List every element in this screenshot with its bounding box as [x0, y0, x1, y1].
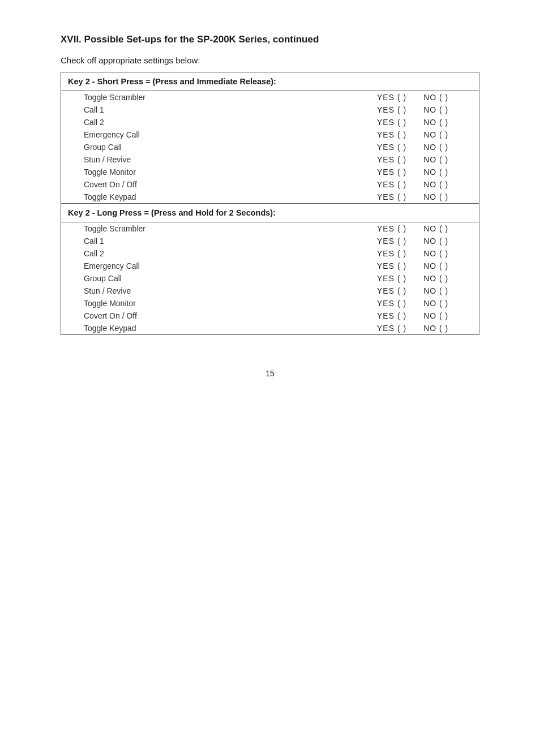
no-option: NO ( )	[423, 299, 448, 308]
yes-option: YES ( )	[377, 143, 406, 152]
table-row: Emergency CallYES ( )NO ( )	[61, 260, 479, 272]
yes-option: YES ( )	[377, 167, 406, 177]
table-row: Group CallYES ( )NO ( )	[61, 272, 479, 285]
row-label: Call 2	[84, 249, 377, 258]
table-row: Covert On / OffYES ( )NO ( )	[61, 178, 479, 191]
no-option: NO ( )	[423, 105, 448, 114]
yes-option: YES ( )	[377, 249, 406, 258]
row-label: Call 1	[84, 237, 377, 246]
table-row: Group CallYES ( )NO ( )	[61, 141, 479, 153]
yes-option: YES ( )	[377, 286, 406, 295]
no-option: NO ( )	[423, 249, 448, 258]
row-label: Covert On / Off	[84, 311, 377, 320]
no-option: NO ( )	[423, 93, 448, 102]
yes-option: YES ( )	[377, 224, 406, 233]
table-row: Toggle KeypadYES ( )NO ( )	[61, 191, 479, 204]
row-label: Call 1	[84, 105, 377, 114]
no-option: NO ( )	[423, 155, 448, 164]
table-row: Toggle ScramblerYES ( )NO ( )	[61, 91, 479, 104]
yes-option: YES ( )	[377, 118, 406, 127]
row-label: Toggle Monitor	[84, 299, 377, 308]
no-option: NO ( )	[423, 224, 448, 233]
yes-option: YES ( )	[377, 93, 406, 102]
no-option: NO ( )	[423, 261, 448, 270]
row-label: Toggle Scrambler	[84, 224, 377, 233]
table-row: Call 1YES ( )NO ( )	[61, 104, 479, 116]
yes-option: YES ( )	[377, 192, 406, 201]
row-label: Covert On / Off	[84, 180, 377, 189]
no-option: NO ( )	[423, 192, 448, 201]
table-row: Toggle MonitorYES ( )NO ( )	[61, 297, 479, 310]
section-header-long-press: Key 2 - Long Press = (Press and Hold for…	[61, 204, 479, 222]
table-row: Covert On / OffYES ( )NO ( )	[61, 310, 479, 322]
subtitle: Check off appropriate settings below:	[61, 55, 479, 65]
row-label: Emergency Call	[84, 130, 377, 139]
yes-option: YES ( )	[377, 155, 406, 164]
no-option: NO ( )	[423, 143, 448, 152]
no-option: NO ( )	[423, 311, 448, 320]
no-option: NO ( )	[423, 180, 448, 189]
no-option: NO ( )	[423, 118, 448, 127]
no-option: NO ( )	[423, 286, 448, 295]
section-header-short-press: Key 2 - Short Press = (Press and Immedia…	[61, 72, 479, 91]
table-row: Toggle ScramblerYES ( )NO ( )	[61, 222, 479, 235]
row-label: Toggle Keypad	[84, 192, 377, 201]
no-option: NO ( )	[423, 274, 448, 283]
row-label: Stun / Revive	[84, 286, 377, 295]
table-row: Toggle KeypadYES ( )NO ( )	[61, 322, 479, 335]
table-row: Stun / ReviveYES ( )NO ( )	[61, 285, 479, 297]
table-row: Stun / ReviveYES ( )NO ( )	[61, 153, 479, 166]
no-option: NO ( )	[423, 237, 448, 246]
yes-option: YES ( )	[377, 105, 406, 114]
row-label: Call 2	[84, 118, 377, 127]
settings-table: Key 2 - Short Press = (Press and Immedia…	[61, 72, 479, 335]
yes-option: YES ( )	[377, 237, 406, 246]
row-label: Group Call	[84, 143, 377, 152]
table-row: Call 2YES ( )NO ( )	[61, 247, 479, 260]
page-number: 15	[61, 369, 479, 378]
row-label: Toggle Monitor	[84, 167, 377, 177]
yes-option: YES ( )	[377, 299, 406, 308]
row-label: Toggle Scrambler	[84, 93, 377, 102]
table-row: Toggle MonitorYES ( )NO ( )	[61, 166, 479, 178]
row-label: Emergency Call	[84, 261, 377, 270]
yes-option: YES ( )	[377, 311, 406, 320]
yes-option: YES ( )	[377, 180, 406, 189]
no-option: NO ( )	[423, 130, 448, 139]
table-row: Call 2YES ( )NO ( )	[61, 116, 479, 128]
table-row: Call 1YES ( )NO ( )	[61, 235, 479, 247]
page-title: XVII. Possible Set-ups for the SP-200K S…	[61, 34, 479, 45]
row-label: Group Call	[84, 274, 377, 283]
row-label: Toggle Keypad	[84, 324, 377, 333]
no-option: NO ( )	[423, 324, 448, 333]
yes-option: YES ( )	[377, 130, 406, 139]
yes-option: YES ( )	[377, 261, 406, 270]
yes-option: YES ( )	[377, 274, 406, 283]
yes-option: YES ( )	[377, 324, 406, 333]
table-row: Emergency CallYES ( )NO ( )	[61, 128, 479, 141]
row-label: Stun / Revive	[84, 155, 377, 164]
no-option: NO ( )	[423, 167, 448, 177]
